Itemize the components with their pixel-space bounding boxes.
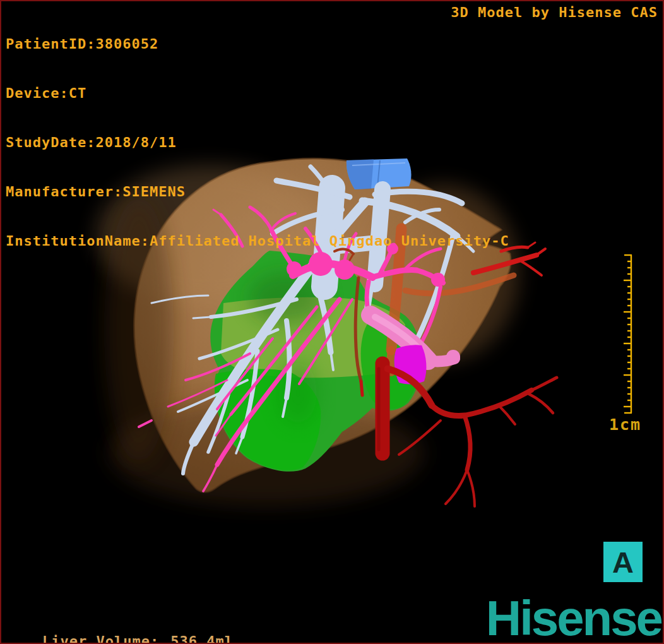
liver-volume-label: Liver Volume:	[42, 633, 159, 644]
study-date-line: StudyDate:2018/8/11	[6, 134, 509, 151]
patient-id-line: PatientID:3806052	[6, 36, 509, 52]
device-line: Device:CT	[6, 85, 509, 102]
liver-volume-readout: Liver Volume:536.4ml	[6, 617, 234, 644]
viewer-window: PatientID:3806052 Device:CT StudyDate:20…	[0, 0, 664, 644]
scale-ruler	[617, 249, 645, 418]
manufacturer-line: Manufacturer:SIEMENS	[6, 184, 509, 200]
hisense-logo: Hisense	[486, 593, 661, 643]
institution-line: InstitutionName:Affiliated Hospital Qing…	[6, 233, 509, 249]
ruler-ticks	[624, 255, 632, 413]
scale-label: 1cm	[609, 415, 641, 434]
watermark-text: 3D Model by Hisense CAS	[451, 4, 658, 21]
patient-info-block: PatientID:3806052 Device:CT StudyDate:20…	[6, 3, 509, 282]
liver-volume-value: 536.4ml	[170, 633, 234, 644]
orientation-marker-a[interactable]: A	[603, 542, 643, 582]
